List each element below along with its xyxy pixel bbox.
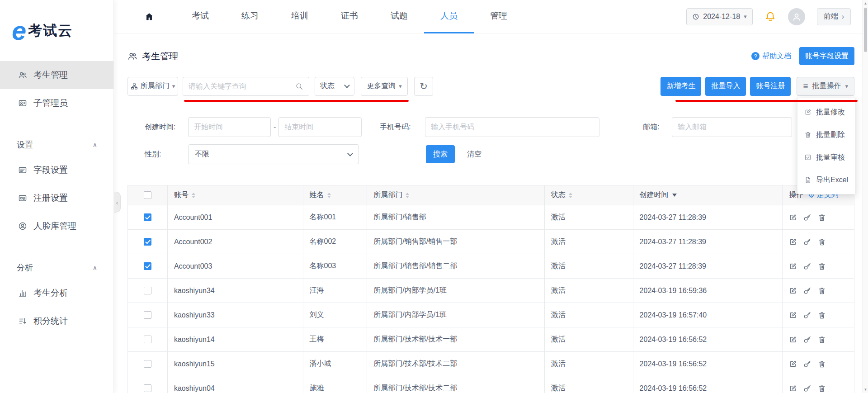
menu-item-batch-modify[interactable]: 批量修改 — [797, 101, 855, 123]
sidebar-item-points-statistics[interactable]: 积分统计 — [0, 307, 113, 335]
delete-icon[interactable] — [818, 360, 826, 368]
column-header-department[interactable]: 所属部门 — [367, 185, 545, 205]
table-row: kaoshiyun34 汪海 所属部门/内部学员/1班 激活 2024-03-1… — [128, 279, 854, 303]
search-button[interactable]: 搜索 — [426, 145, 455, 163]
nav-tab-exam[interactable]: 考试 — [175, 0, 225, 33]
sidebar-item-candidate-management[interactable]: 考生管理 — [0, 61, 113, 89]
edit-icon[interactable] — [789, 213, 797, 222]
menu-item-export-excel[interactable]: 导出Excel — [797, 169, 855, 191]
sort-icon[interactable] — [569, 193, 572, 198]
edit-icon[interactable] — [789, 311, 797, 319]
created-time-label: 创建时间: — [145, 123, 184, 132]
cell-created: 2024-03-19 16:56:52 — [633, 327, 783, 351]
edit-icon[interactable] — [789, 384, 797, 393]
cell-created: 2024-03-27 11:28:39 — [633, 254, 783, 278]
column-header-created[interactable]: 创建时间 — [633, 185, 783, 205]
end-time-input[interactable] — [284, 123, 356, 131]
keyword-search-input[interactable] — [189, 82, 295, 90]
sort-icon[interactable] — [406, 193, 409, 198]
menu-item-batch-review[interactable]: 批量审核 — [797, 146, 855, 169]
key-icon[interactable] — [803, 213, 811, 222]
nav-home[interactable] — [136, 0, 163, 33]
email-input[interactable] — [678, 123, 786, 131]
edit-icon[interactable] — [789, 336, 797, 344]
sort-icon[interactable] — [192, 193, 195, 198]
refresh-button[interactable]: ↻ — [414, 77, 433, 96]
gender-select[interactable]: 不限 — [188, 144, 359, 164]
row-checkbox[interactable] — [144, 287, 151, 294]
help-doc-link[interactable]: ? 帮助文档 — [751, 52, 791, 61]
sidebar-item-sub-admin[interactable]: 子管理员 — [0, 89, 113, 117]
department-dropdown[interactable]: 所属部门 ▾ — [127, 77, 178, 96]
row-checkbox[interactable] — [144, 360, 151, 368]
delete-icon[interactable] — [818, 213, 826, 222]
nav-tab-training[interactable]: 培训 — [275, 0, 325, 33]
delete-icon[interactable] — [818, 336, 826, 344]
status-select[interactable]: 状态 — [315, 77, 354, 96]
bar-chart-icon — [18, 289, 27, 298]
batch-import-button[interactable]: 批量导入 — [705, 77, 746, 96]
batch-operations-menu: 批量修改 批量删除 批量审核 导出Excel — [797, 98, 856, 194]
row-checkbox[interactable] — [144, 262, 151, 270]
row-checkbox[interactable] — [144, 336, 151, 343]
start-time-input[interactable] — [194, 123, 265, 131]
delete-icon[interactable] — [818, 287, 826, 295]
user-avatar[interactable] — [788, 8, 805, 25]
row-checkbox[interactable] — [144, 213, 151, 221]
sidebar-item-candidate-analysis[interactable]: 考生分析 — [0, 279, 113, 307]
scroll-up-arrow[interactable]: ▲ — [863, 1, 868, 5]
sort-icon[interactable] — [327, 193, 331, 198]
account-field-settings-button[interactable]: 账号字段设置 — [799, 47, 854, 65]
select-all-checkbox[interactable] — [144, 191, 151, 199]
edit-icon[interactable] — [789, 262, 797, 270]
cell-status: 激活 — [545, 352, 633, 376]
key-icon[interactable] — [803, 238, 811, 246]
phone-field — [425, 117, 599, 137]
sidebar-section-settings[interactable]: 设置 ∧ — [0, 133, 113, 156]
nav-tab-management[interactable]: 管理 — [474, 0, 524, 33]
add-candidate-button[interactable]: 新增考生 — [660, 77, 701, 96]
date-picker[interactable]: 2024-12-18 ▾ — [686, 8, 752, 25]
scrollbar-thumb[interactable] — [864, 8, 867, 52]
menu-item-batch-delete[interactable]: 批量删除 — [797, 123, 855, 146]
column-header-name[interactable]: 姓名 — [303, 185, 368, 205]
sidebar-collapse-handle[interactable]: ‹ — [114, 192, 121, 213]
key-icon[interactable] — [803, 262, 811, 270]
nav-tab-certificate[interactable]: 证书 — [325, 0, 374, 33]
phone-input[interactable] — [431, 123, 594, 131]
batch-operations-dropdown[interactable]: ≡ 批量操作 ▾ — [797, 77, 854, 96]
nav-tab-questions[interactable]: 试题 — [374, 0, 424, 33]
nav-right-group: 2024-12-18 ▾ 前端 › — [686, 8, 851, 25]
row-checkbox[interactable] — [144, 384, 151, 392]
search-icon[interactable] — [295, 82, 303, 90]
delete-icon[interactable] — [818, 238, 826, 246]
clear-button[interactable]: 清空 — [467, 150, 481, 159]
nav-tab-practice[interactable]: 练习 — [225, 0, 275, 33]
edit-icon[interactable] — [789, 360, 797, 368]
key-icon[interactable] — [803, 336, 811, 344]
scroll-down-arrow[interactable]: ▼ — [863, 388, 868, 392]
account-register-button[interactable]: 账号注册 — [750, 77, 791, 96]
frontend-portal-button[interactable]: 前端 › — [817, 8, 851, 25]
delete-icon[interactable] — [818, 262, 826, 270]
key-icon[interactable] — [803, 287, 811, 295]
sidebar-section-analysis[interactable]: 分析 ∧ — [0, 256, 113, 279]
sidebar-item-register-settings[interactable]: 注册设置 — [0, 184, 113, 212]
row-checkbox[interactable] — [144, 311, 151, 319]
sidebar-item-field-settings[interactable]: 字段设置 — [0, 156, 113, 184]
key-icon[interactable] — [803, 311, 811, 319]
sidebar-item-face-library[interactable]: 人脸库管理 — [0, 212, 113, 240]
row-checkbox[interactable] — [144, 238, 151, 246]
notifications-bell[interactable] — [764, 11, 776, 23]
edit-icon[interactable] — [789, 287, 797, 295]
column-header-account[interactable]: 账号 — [168, 185, 303, 205]
delete-icon[interactable] — [818, 311, 826, 319]
delete-icon[interactable] — [818, 384, 826, 393]
edit-icon[interactable] — [789, 238, 797, 246]
date-value: 2024-12-18 — [703, 13, 740, 21]
key-icon[interactable] — [803, 360, 811, 368]
column-header-status[interactable]: 状态 — [545, 185, 633, 205]
nav-tab-personnel[interactable]: 人员 — [424, 0, 474, 33]
key-icon[interactable] — [803, 384, 811, 393]
more-query-dropdown[interactable]: 更多查询 ▾ — [361, 77, 408, 96]
